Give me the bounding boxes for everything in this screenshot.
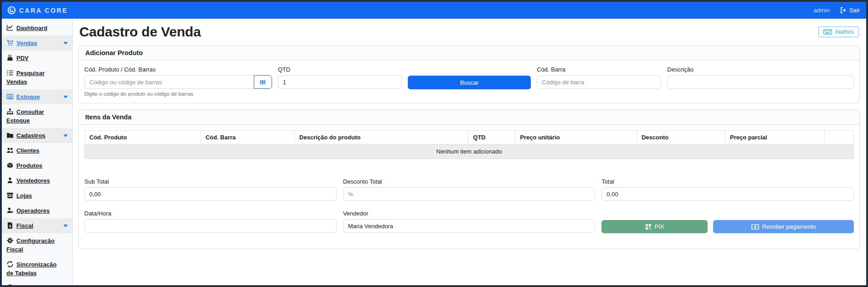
datetime-input[interactable] <box>84 219 337 233</box>
sale-items-table: Cód. Produto Cód. Barra Descrição do pro… <box>84 130 854 159</box>
sidebar-item-centro-seguranca-backup[interactable]: Centro de Segurança e Backup <box>2 281 72 285</box>
logout-label: Sair <box>849 7 860 14</box>
sync-icon <box>6 261 14 268</box>
seller-label: Vendedor <box>343 210 596 217</box>
money-bill-icon <box>751 224 759 230</box>
product-code-input[interactable] <box>84 75 254 89</box>
sidebar-item-configuracao-fiscal[interactable]: Configuração Fiscal <box>2 233 72 257</box>
operator-icon <box>6 207 14 214</box>
caret-down-icon <box>63 225 68 227</box>
cart-icon <box>6 39 14 46</box>
store-icon <box>6 192 14 199</box>
box-icon <box>6 162 14 169</box>
col-header-preco-unitario: Preço unitário <box>515 131 637 144</box>
folder-icon <box>6 132 14 139</box>
gear-icon <box>6 237 14 244</box>
sidebar-item-vendedores[interactable]: Vendedores <box>2 173 72 188</box>
product-code-label: Cód. Produto / Cód. Barras <box>84 66 272 73</box>
navbar-right: admin Sair <box>813 7 860 14</box>
users-icon <box>6 147 14 154</box>
search-button[interactable]: Buscar <box>408 76 531 89</box>
subtotal-label: Sub Total <box>84 178 337 185</box>
discount-total-input[interactable] <box>343 187 596 201</box>
qty-label: QTD <box>278 66 402 73</box>
add-product-card: Adicionar Produto Cód. Produto / Cód. Ba… <box>78 45 860 103</box>
col-header-actions <box>824 131 853 144</box>
caret-down-icon <box>63 134 68 137</box>
sitemap-icon <box>6 108 14 115</box>
person-icon <box>6 177 14 184</box>
keyboard-icon <box>823 29 832 35</box>
barcode-scan-button[interactable] <box>254 75 272 89</box>
caret-down-icon <box>63 96 68 98</box>
sidebar-item-consultar-estoque[interactable]: Consultar Estoque <box>2 104 72 128</box>
shortcuts-label: Atalhos <box>835 29 854 35</box>
sale-items-card: Itens da Venda Cód. Produto Cód. Barra D… <box>78 109 860 249</box>
logout-icon <box>840 7 847 14</box>
caret-down-icon <box>63 42 68 45</box>
total-input[interactable] <box>601 187 854 201</box>
sidebar-item-pesquisar-vendas[interactable]: Pesquisar Vendas <box>2 66 72 89</box>
col-header-cod-barra: Cód. Barra <box>200 131 294 144</box>
brand-name: CARA CORE <box>19 7 68 14</box>
sidebar-item-produtos[interactable]: Produtos <box>2 158 72 173</box>
product-code-help: Digite o código do produto ou código de … <box>84 91 272 97</box>
total-label: Total <box>601 178 854 185</box>
shield-icon <box>6 284 14 285</box>
pix-label: PIX <box>655 223 664 230</box>
datetime-label: Data/Hora <box>84 210 337 217</box>
barcode-input[interactable] <box>537 75 661 89</box>
add-product-card-title: Adicionar Produto <box>79 46 859 61</box>
sidebar-item-operadores[interactable]: Operadores <box>2 203 72 218</box>
cash-register-icon <box>6 54 14 62</box>
sidebar-item-clientes[interactable]: Clientes <box>2 143 72 158</box>
discount-total-label: Desconto Total <box>343 178 596 185</box>
top-navbar: CARA CORE admin Sair <box>2 2 866 19</box>
logout-link[interactable]: Sair <box>840 7 860 14</box>
chart-line-icon <box>6 24 14 31</box>
barcode-field-label: Cód. Barra <box>537 66 661 73</box>
sidebar-item-pdv[interactable]: PDV <box>2 51 72 66</box>
subtotal-input[interactable] <box>84 187 337 201</box>
col-header-desconto: Desconto <box>637 131 725 144</box>
receive-payment-label: Receber pagamento <box>762 223 816 230</box>
main-content: Cadastro de Venda Atalhos Adicionar Prod… <box>73 19 866 285</box>
empty-row: Nenhum item adicionado <box>85 144 854 159</box>
col-header-qtd: QTD <box>468 131 515 144</box>
brand-logo-icon <box>7 6 16 15</box>
sidebar-item-sincronizacao-tabelas[interactable]: Sincronização de Tabelas <box>2 257 72 281</box>
col-header-cod-produto: Cód. Produto <box>85 131 201 144</box>
col-header-preco-parcial: Preço parcial <box>725 131 825 144</box>
seller-input[interactable] <box>343 219 596 233</box>
col-header-descricao: Descrição do produto <box>294 131 468 144</box>
sidebar-item-lojas[interactable]: Lojas <box>2 188 72 203</box>
sidebar-item-fiscal[interactable]: $Fiscal <box>2 218 72 233</box>
page-title: Cadastro de Venda <box>79 24 201 40</box>
list-icon <box>6 69 14 77</box>
invoice-dollar-icon: $ <box>6 222 14 229</box>
shortcuts-button[interactable]: Atalhos <box>818 26 859 37</box>
app-window: CARA CORE admin Sair Dashboard Vendas PD… <box>0 0 868 287</box>
sidebar-item-vendas[interactable]: Vendas <box>2 36 72 51</box>
receive-payment-button[interactable]: Receber pagamento <box>713 220 854 233</box>
description-input[interactable] <box>667 75 854 89</box>
user-menu[interactable]: admin <box>813 7 829 14</box>
sidebar: Dashboard Vendas PDV Pesquisar Vendas Es… <box>2 19 73 285</box>
sidebar-item-cadastros[interactable]: Cadastros <box>2 128 72 143</box>
archive-icon <box>6 93 14 100</box>
empty-message: Nenhum item adicionado <box>85 144 854 159</box>
pix-button[interactable]: PIX <box>601 220 708 233</box>
sidebar-item-estoque[interactable]: Estoque <box>2 89 72 104</box>
description-label: Descrição <box>667 66 854 73</box>
sale-items-card-title: Itens da Venda <box>79 110 859 125</box>
barcode-icon <box>259 79 266 86</box>
qty-input[interactable] <box>278 75 402 89</box>
brand-link[interactable]: CARA CORE <box>7 6 68 15</box>
qrcode-icon <box>645 224 652 230</box>
sidebar-item-dashboard[interactable]: Dashboard <box>2 20 72 36</box>
